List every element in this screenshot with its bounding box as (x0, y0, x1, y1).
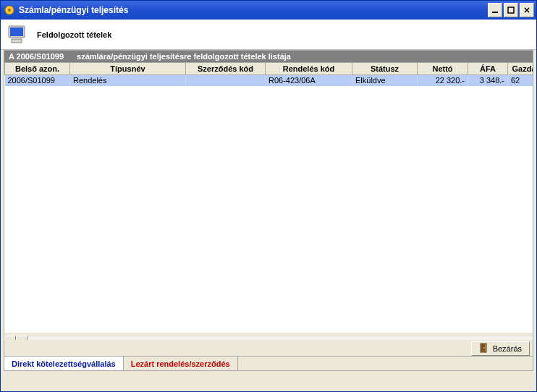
app-icon (4, 4, 15, 16)
window: Számla/pénzügyi teljesítés Feldolgozott … (0, 0, 537, 392)
table-row[interactable]: 2006/S01099 Rendelés R06-423/06A Elküldv… (5, 75, 533, 86)
window-title: Számla/pénzügyi teljesítés (19, 5, 488, 15)
tab-direkt-label: Direkt kötelezettségvállalás (12, 359, 116, 368)
svg-rect-7 (10, 27, 23, 36)
col-gazda[interactable]: Gazdá (508, 63, 533, 75)
col-netto[interactable]: Nettó (418, 63, 468, 75)
column-header-row[interactable]: Belső azon. Típusnév Szerződés kód Rende… (5, 63, 533, 75)
cell-belso-azon: 2006/S01099 (5, 75, 70, 86)
titlebar[interactable]: Számla/pénzügyi teljesítés (1, 1, 536, 20)
monitor-icon (7, 25, 30, 45)
col-belso-azon[interactable]: Belső azon. (5, 63, 70, 75)
col-rendeles-kod[interactable]: Rendelés kód (266, 63, 352, 75)
cell-rendeles-kod: R06-423/06A (266, 75, 352, 86)
cell-tipusnev: Rendelés (70, 75, 186, 86)
listing-prefix: A 2006/S01099 (9, 52, 64, 61)
minimize-button[interactable] (488, 3, 502, 17)
listing-header: A 2006/S01099 számlára/pénzügyi teljesít… (4, 51, 533, 62)
close-button[interactable]: Bezárás (471, 341, 530, 356)
svg-point-11 (483, 347, 484, 348)
svg-rect-2 (492, 12, 498, 13)
cell-afa: 3 348.- (468, 75, 508, 86)
main-area: A 2006/S01099 számlára/pénzügyi teljesít… (4, 50, 533, 371)
svg-rect-3 (508, 7, 514, 13)
close-button-label: Bezárás (493, 344, 522, 353)
tab-direkt[interactable]: Direkt kötelezettségvállalás (4, 357, 124, 370)
cell-statusz: Elküldve (352, 75, 418, 86)
cell-szerzodes-kod (186, 75, 266, 86)
svg-point-1 (8, 9, 11, 12)
tab-lezart[interactable]: Lezárt rendelés/szerződés (124, 357, 238, 370)
header-title: Feldolgozott tételek (37, 30, 111, 39)
bottom-tabs: Direkt kötelezettségvállalás Lezárt rend… (4, 356, 533, 370)
header-panel: Feldolgozott tételek (1, 20, 536, 50)
col-szerzodes-kod[interactable]: Szerződés kód (186, 63, 266, 75)
close-window-button[interactable] (520, 3, 534, 17)
door-icon (479, 343, 489, 354)
maximize-button[interactable] (504, 3, 518, 17)
col-tipusnev[interactable]: Típusnév (70, 63, 186, 75)
tab-lezart-label: Lezárt rendelés/szerződés (131, 359, 230, 368)
cell-netto: 22 320.- (418, 75, 468, 86)
listing-suffix: számlára/pénzügyi teljesítésre feldolgoz… (77, 52, 291, 61)
bottom-bar: Bezárás (4, 340, 533, 357)
grid[interactable]: Belső azon. Típusnév Szerződés kód Rende… (4, 62, 533, 333)
col-afa[interactable]: ÁFA (468, 63, 508, 75)
col-statusz[interactable]: Státusz (352, 63, 418, 75)
svg-rect-8 (12, 39, 22, 43)
cell-gazda: 62 (508, 75, 533, 86)
